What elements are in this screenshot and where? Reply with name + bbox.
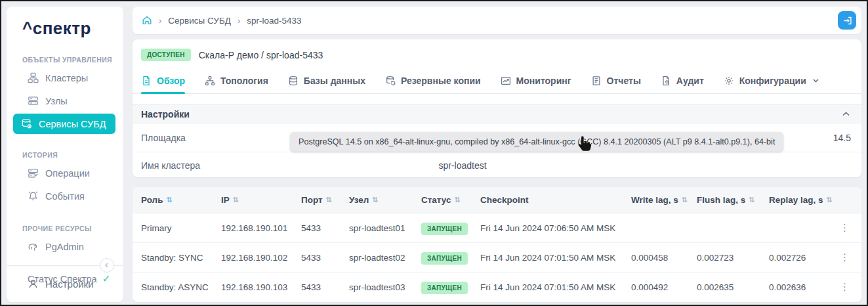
cell-port: 5433	[301, 253, 349, 263]
sidebar-collapse-button[interactable]	[100, 258, 114, 273]
events-icon	[28, 190, 39, 202]
cell-port: 5433	[301, 223, 349, 233]
sidebar-item-label: Узлы	[45, 96, 68, 106]
column-label: Flush lag, s	[697, 195, 745, 205]
sidebar-item-label: Кластеры	[45, 73, 88, 83]
column-header-port[interactable]: Порт ⇅	[301, 195, 349, 205]
cell-port: 5433	[301, 282, 349, 292]
cell-replay-lag: 0.002636	[769, 282, 835, 292]
monitoring-icon	[501, 76, 511, 86]
breadcrumb-item-service[interactable]: spr-load-5433	[247, 16, 301, 26]
cell-node: spr-loadtest02	[349, 253, 421, 263]
clusters-icon	[28, 72, 39, 83]
cell-node: spr-loadtest03	[349, 282, 421, 292]
tab-label: Резервные копии	[401, 76, 481, 86]
column-label: Порт	[301, 195, 323, 205]
service-tabs: Обзор Топология Базы данных	[133, 68, 861, 94]
app-logo: ^спектр	[7, 7, 123, 39]
sidebar-item-label: Настройки	[45, 278, 94, 290]
cell-write-lag: 0.000458	[631, 253, 697, 263]
tab-reports[interactable]: Отчеты	[591, 68, 641, 93]
sidebar-item-operations[interactable]: Операции	[7, 162, 123, 185]
tab-label: Аудит	[676, 76, 704, 86]
cell-status: ЗАПУЩЕН	[421, 282, 480, 292]
sort-icon[interactable]: ⇅	[749, 196, 754, 204]
settings-row-cluster-name: Имя кластера spr-loadtest	[133, 152, 861, 178]
cell-role: Primary	[141, 223, 221, 233]
tab-configurations[interactable]: Конфигурации	[724, 68, 819, 93]
sidebar-section-objects: ОБЪЕКТЫ УПРАВЛЕНИЯ	[22, 56, 123, 64]
sidebar-item-pgadmin[interactable]: PgAdmin	[7, 235, 123, 258]
tab-label: Обзор	[157, 76, 185, 86]
column-header-checkpoint: Checkpoint	[480, 195, 631, 205]
tab-label: Конфигурации	[739, 76, 806, 86]
sidebar-item-db-services[interactable]: Сервисы СУБД	[13, 114, 115, 134]
service-title-row: ДОСТУПЕН Скала-Р демо / spr-load-5433	[133, 39, 861, 68]
nodes-table-card: Роль ⇅ IP ⇅ Порт ⇅ Узел ⇅ Статус ⇅ Check…	[133, 187, 861, 302]
column-header-status[interactable]: Статус ⇅	[421, 195, 480, 205]
cell-flush-lag: 0.002635	[697, 282, 769, 292]
column-header-role[interactable]: Роль ⇅	[141, 195, 221, 205]
column-header-write-lag[interactable]: Write lag, s ⇅	[631, 195, 697, 205]
sidebar-item-events[interactable]: События	[7, 185, 123, 208]
row-actions-button[interactable]: ⋮	[840, 286, 850, 289]
home-icon[interactable]	[142, 15, 152, 26]
column-header-node[interactable]: Узел ⇅	[349, 195, 421, 205]
cell-checkpoint: Fri 14 Jun 2024 07:06:50 AM MSK	[480, 223, 631, 233]
tab-overview[interactable]: Обзор	[141, 68, 185, 93]
tab-topology[interactable]: Топология	[205, 68, 268, 93]
column-label: Replay lag, s	[769, 195, 823, 205]
column-header-replay-lag[interactable]: Replay lag, s ⇅	[769, 195, 835, 205]
page-title: Скала-Р демо / spr-load-5433	[199, 50, 323, 60]
cell-ip: 192.168.190.102	[221, 253, 301, 263]
table-row: Standby: SYNC 192.168.190.102 5433 spr-l…	[133, 243, 861, 273]
breadcrumb-bar: › Сервисы СУБД › spr-load-5433	[133, 7, 861, 34]
user-icon	[28, 278, 39, 290]
topology-icon	[205, 76, 215, 86]
reports-icon	[591, 76, 602, 86]
column-header-ip[interactable]: IP ⇅	[221, 195, 301, 205]
settings-section-header[interactable]: Настройки	[133, 104, 861, 123]
tab-backups[interactable]: Резервные копии	[385, 68, 481, 93]
settings-row-label: Имя кластера	[141, 160, 285, 171]
settings-row-label: Площадка	[141, 133, 285, 143]
sidebar-section-other: ПРОЧИЕ РЕСУРСЫ	[22, 225, 123, 232]
tab-audit[interactable]: Аудит	[661, 68, 704, 93]
chevron-up-icon[interactable]	[842, 112, 850, 116]
cell-ip: 192.168.190.103	[221, 282, 301, 292]
column-header-flush-lag[interactable]: Flush lag, s ⇅	[697, 195, 769, 205]
cell-replay-lag: 0.002726	[769, 253, 835, 263]
sort-icon[interactable]: ⇅	[827, 196, 833, 204]
column-label: Checkpoint	[480, 195, 529, 205]
tab-monitoring[interactable]: Мониторинг	[501, 68, 571, 93]
row-actions-button[interactable]: ⋮	[840, 227, 850, 230]
breadcrumb-item-db-services[interactable]: Сервисы СУБД	[168, 16, 231, 26]
sidebar-item-label: Операции	[45, 168, 90, 179]
pgadmin-icon	[28, 241, 39, 252]
sort-icon[interactable]: ⇅	[233, 196, 239, 204]
sidebar-item-nodes[interactable]: Узлы	[7, 89, 123, 112]
tab-databases[interactable]: Базы данных	[288, 68, 365, 93]
tab-label: Топология	[220, 76, 268, 86]
column-label: Узел	[349, 195, 369, 205]
sidebar: ^спектр ОБЪЕКТЫ УПРАВЛЕНИЯ Кластеры Узлы	[7, 7, 123, 302]
sidebar-item-clusters[interactable]: Кластеры	[7, 66, 123, 89]
sort-icon[interactable]: ⇅	[326, 196, 332, 204]
cell-checkpoint: Fri 14 Jun 2024 07:01:50 AM MSK	[480, 282, 631, 292]
sort-icon[interactable]: ⇅	[166, 196, 172, 204]
column-label: Статус	[421, 195, 451, 205]
sidebar-footer: Настройки	[7, 265, 123, 302]
breadcrumb-separator: ›	[159, 16, 161, 26]
backups-icon	[385, 76, 396, 86]
configurations-icon	[724, 76, 734, 86]
sort-icon[interactable]: ⇅	[682, 196, 688, 204]
sort-icon[interactable]: ⇅	[455, 196, 461, 204]
logout-button[interactable]	[838, 11, 856, 30]
cell-role: Standby: ASYNC	[141, 282, 221, 292]
tab-label: Отчеты	[607, 76, 641, 86]
table-row: Primary 192.168.190.101 5433 spr-loadtes…	[133, 213, 861, 243]
chevron-left-icon	[104, 263, 110, 268]
breadcrumb-separator: ›	[238, 16, 240, 26]
row-actions-button[interactable]: ⋮	[840, 256, 850, 259]
sort-icon[interactable]: ⇅	[372, 196, 378, 204]
